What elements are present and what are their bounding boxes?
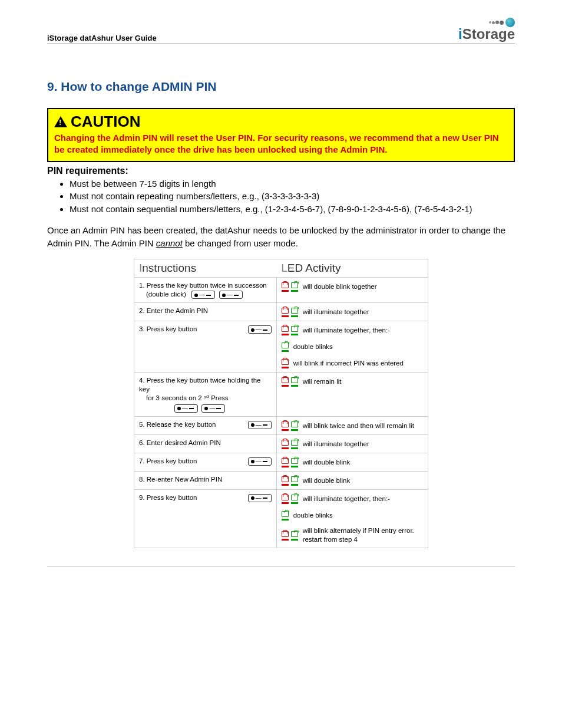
- led-text: will blink alternately if PIN entry erro…: [303, 526, 423, 544]
- key-button-icon: —: [219, 291, 243, 299]
- unlocked-led-icon: [291, 281, 298, 292]
- led-activity-cell: will illuminate together: [276, 303, 428, 321]
- led-row: will remain lit: [282, 376, 423, 387]
- section-title: 9. How to change ADMIN PIN: [47, 80, 515, 94]
- table-row: 7. Press key button— will double blink: [134, 453, 428, 472]
- locked-led-icon: [282, 307, 289, 317]
- instruction-text: 4. Press the key button twice holding th…: [139, 376, 272, 394]
- led-text: will blink if incorrect PIN was entered: [293, 359, 404, 368]
- led-text: will double blink together: [303, 282, 377, 291]
- unlocked-led-icon: [291, 420, 298, 431]
- instruction-text: 1. Press the key button twice in success…: [139, 281, 272, 290]
- list-item: Must not contain repeating numbers/lette…: [70, 190, 515, 203]
- warning-icon: [54, 116, 67, 127]
- instruction-text: 5. Release the key button—: [139, 420, 272, 429]
- unlocked-led-icon: [291, 530, 298, 541]
- led-row: will illuminate together, then:-: [282, 325, 423, 335]
- table-header-led: LED Activity: [276, 259, 428, 278]
- table-row: 5. Release the key button— will blink tw…: [134, 417, 428, 435]
- led-row: will illuminate together, then:-: [282, 493, 423, 504]
- instruction-text: 3. Press key button—: [139, 325, 272, 334]
- locked-led-icon: [282, 358, 289, 368]
- led-activity-cell: will illuminate together: [276, 435, 428, 453]
- caution-body: Changing the Admin PIN will reset the Us…: [54, 132, 508, 156]
- led-row: double blinks: [282, 510, 423, 521]
- unlocked-led-icon: [291, 493, 298, 504]
- header-title: iStorage datAshur User Guide: [47, 34, 157, 42]
- led-text: will illuminate together: [303, 440, 369, 449]
- table-header-instructions: Instructions: [134, 259, 277, 278]
- body-paragraph: Once an Admin PIN has been created, the …: [47, 224, 515, 250]
- led-text: will double blink: [303, 458, 351, 467]
- led-text: double blinks: [293, 511, 333, 520]
- led-row: will double blink together: [282, 281, 423, 292]
- table-row: 2. Enter the Admin PINwill illuminate to…: [134, 303, 428, 321]
- table-row: 1. Press the key button twice in success…: [134, 278, 428, 303]
- led-text: will illuminate together, then:-: [303, 326, 390, 335]
- instruction-text: 6. Enter desired Admin PIN: [139, 439, 272, 447]
- key-button-icon: —: [174, 404, 198, 413]
- section-heading: How to change ADMIN PIN: [61, 80, 216, 93]
- table-row: 8. Re-enter New Admin PINwill double bli…: [134, 472, 428, 490]
- led-text: will double blink: [303, 476, 351, 485]
- key-button-icon: —: [248, 457, 272, 466]
- led-text: will illuminate together: [303, 308, 369, 317]
- led-row: will blink twice and then will remain li…: [282, 420, 423, 431]
- led-row: will illuminate together: [282, 307, 423, 317]
- unlocked-led-icon: [291, 439, 298, 449]
- locked-led-icon: [282, 530, 289, 541]
- led-text: will blink twice and then will remain li…: [303, 421, 414, 430]
- locked-led-icon: [282, 420, 289, 431]
- key-button-icon: —: [248, 421, 272, 429]
- locked-led-icon: [282, 475, 289, 486]
- instruction-cell: 2. Enter the Admin PIN: [134, 303, 277, 321]
- locked-led-icon: [282, 457, 289, 467]
- footer-divider: [47, 566, 515, 566]
- unlocked-led-icon: [291, 475, 298, 486]
- para-emphasis: cannot: [156, 238, 183, 248]
- para-text: be changed from user mode.: [183, 238, 298, 248]
- table-row: 4. Press the key button twice holding th…: [134, 373, 428, 417]
- led-row: will double blink: [282, 475, 423, 486]
- locked-led-icon: [282, 325, 289, 335]
- locked-led-icon: [282, 439, 289, 449]
- led-row: double blinks: [282, 341, 423, 352]
- instruction-cell: 1. Press the key button twice in success…: [134, 278, 277, 303]
- instruction-cell: 8. Re-enter New Admin PIN: [134, 472, 277, 490]
- instruction-cell: 6. Enter desired Admin PIN: [134, 435, 277, 453]
- key-button-icon: —: [248, 325, 272, 334]
- instruction-subtext: for 3 seconds on 2 ⁿᵈ Press: [139, 394, 272, 403]
- led-row: will double blink: [282, 457, 423, 467]
- instruction-cell: 3. Press key button—: [134, 321, 277, 373]
- locked-led-icon: [282, 493, 289, 504]
- instruction-text: 9. Press key button—: [139, 493, 272, 502]
- pin-requirements-list: Must be between 7-15 digits in length Mu…: [47, 177, 515, 216]
- pin-requirements-title: PIN requirements:: [47, 166, 515, 176]
- led-activity-cell: will double blink: [276, 472, 428, 490]
- table-row: 6. Enter desired Admin PINwill illuminat…: [134, 435, 428, 453]
- led-text: will illuminate together, then:-: [303, 495, 390, 503]
- list-item: Must not contain sequential numbers/lett…: [70, 203, 515, 216]
- led-activity-cell: will double blink together: [276, 278, 428, 303]
- unlocked-led-icon: [291, 307, 298, 317]
- caution-box: CAUTION Changing the Admin PIN will rese…: [47, 108, 515, 162]
- led-activity-cell: will illuminate together, then:-double b…: [276, 490, 428, 548]
- instruction-cell: 7. Press key button—: [134, 453, 277, 472]
- led-text: double blinks: [293, 342, 333, 351]
- caution-heading: CAUTION: [54, 113, 508, 131]
- table-row: 3. Press key button— will illuminate tog…: [134, 321, 428, 373]
- led-activity-cell: will illuminate together, then:-double b…: [276, 321, 428, 373]
- table-row: 9. Press key button— will illuminate tog…: [134, 490, 428, 548]
- instruction-text: 2. Enter the Admin PIN: [139, 307, 272, 315]
- page-header: iStorage datAshur User Guide iStorage: [47, 18, 515, 44]
- unlocked-led-icon: [282, 341, 289, 352]
- led-activity-cell: will double blink: [276, 453, 428, 472]
- unlocked-led-icon: [291, 376, 298, 387]
- instruction-cell: 5. Release the key button—: [134, 417, 277, 435]
- instructions-table: Instructions LED Activity 1. Press the k…: [134, 259, 428, 548]
- led-activity-cell: will remain lit: [276, 373, 428, 417]
- led-row: will blink if incorrect PIN was entered: [282, 358, 423, 368]
- locked-led-icon: [282, 281, 289, 292]
- unlocked-led-icon: [291, 457, 298, 467]
- key-icons-row: — —: [139, 404, 272, 413]
